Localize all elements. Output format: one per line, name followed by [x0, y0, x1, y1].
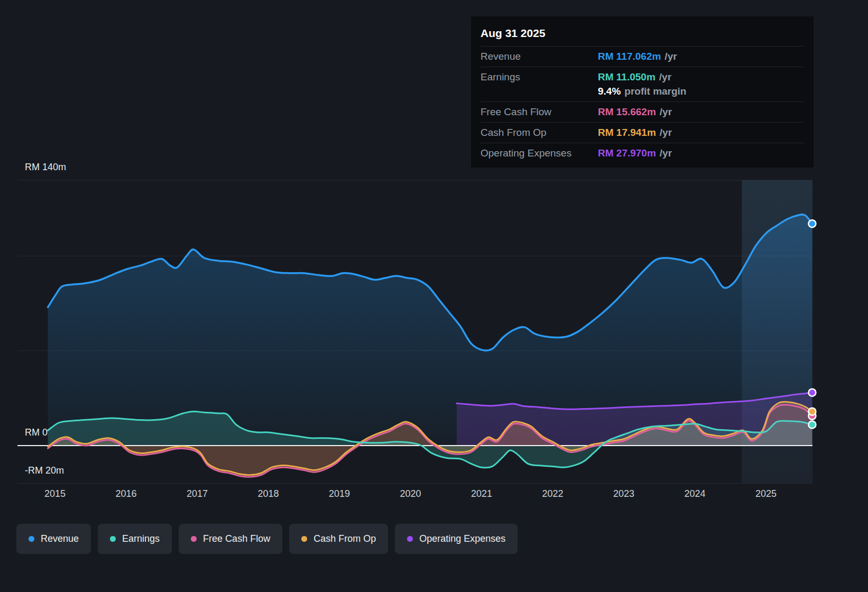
cashop-value: RM 17.941m — [598, 127, 656, 138]
revenue-suffix: /yr — [664, 51, 677, 62]
legend-item-earnings[interactable]: Earnings — [98, 524, 172, 554]
legend-label: Cash From Op — [313, 533, 376, 544]
tooltip-row-cash-from-op: Cash From Op RM 17.941m /yr — [481, 123, 804, 143]
legend-item-free-cash-flow[interactable]: Free Cash Flow — [179, 524, 282, 554]
earnings-suffix: /yr — [659, 71, 671, 83]
tooltip-panel: Aug 31 2025 Revenue RM 117.062m /yr Earn… — [470, 16, 814, 168]
x-axis-label-2022: 2022 — [542, 488, 563, 500]
opex-suffix: /yr — [660, 147, 672, 159]
earnings-value: RM 11.050m — [598, 71, 655, 83]
fcf-suffix: /yr — [660, 106, 672, 118]
profit-margin-suffix: profit margin — [624, 86, 686, 97]
fcf-value: RM 15.662m — [598, 106, 656, 118]
x-axis-label-2023: 2023 — [613, 488, 634, 500]
legend-item-operating-expenses[interactable]: Operating Expenses — [395, 524, 518, 554]
cashop-label: Cash From Op — [481, 127, 598, 138]
tooltip-row-revenue: Revenue RM 117.062m /yr — [481, 47, 804, 67]
fcf-label: Free Cash Flow — [481, 106, 598, 118]
x-axis-label-2025: 2025 — [755, 488, 777, 500]
y-axis-label: RM 140m — [25, 162, 66, 173]
tooltip-row-operating-expenses: Operating Expenses RM 27.970m /yr — [481, 143, 804, 163]
opex-label: Operating Expenses — [481, 147, 598, 159]
cashop-suffix: /yr — [660, 127, 672, 138]
legend-label: Operating Expenses — [419, 533, 505, 544]
chart-legend: RevenueEarningsFree Cash FlowCash From O… — [16, 524, 518, 554]
x-axis-label-2024: 2024 — [684, 488, 705, 500]
earnings-legend-dot — [110, 536, 116, 542]
y-axis-label: RM 0 — [25, 427, 48, 438]
tooltip-date: Aug 31 2025 — [481, 23, 804, 47]
x-axis-label-2017: 2017 — [187, 488, 208, 500]
x-axis-label-2019: 2019 — [329, 488, 350, 500]
operating-expenses-legend-dot — [407, 536, 413, 542]
earnings-label: Earnings — [481, 71, 598, 83]
cash-from-op-legend-dot — [301, 536, 307, 542]
profit-margin-value: 9.4% — [598, 86, 621, 97]
opex-value: RM 27.970m — [598, 147, 656, 159]
page: { "page": {"background": "#161a20"}, "to… — [0, 0, 868, 592]
legend-label: Free Cash Flow — [203, 533, 270, 544]
x-axis-label-2015: 2015 — [44, 488, 66, 500]
legend-item-revenue[interactable]: Revenue — [16, 524, 91, 554]
chart-plot-area[interactable] — [17, 180, 812, 483]
legend-label: Revenue — [41, 533, 79, 544]
x-axis-label-2016: 2016 — [115, 488, 136, 500]
revenue-legend-dot — [29, 536, 34, 542]
x-axis: 2015201620172018201920202021202220232024… — [0, 488, 868, 502]
legend-label: Earnings — [122, 533, 160, 544]
revenue-label: Revenue — [481, 51, 598, 62]
x-axis-label-2018: 2018 — [257, 488, 279, 500]
revenue-value: RM 117.062m — [598, 51, 661, 62]
tooltip-row-earnings: Earnings RM 11.050m /yr — [481, 67, 804, 85]
tooltip-row-free-cash-flow: Free Cash Flow RM 15.662m /yr — [481, 102, 804, 123]
x-axis-label-2020: 2020 — [400, 488, 421, 500]
tooltip-row-profit-margin: 9.4% profit margin — [481, 85, 804, 102]
y-axis-label: -RM 20m — [25, 465, 64, 476]
legend-item-cash-from-op[interactable]: Cash From Op — [289, 524, 388, 554]
x-axis-label-2021: 2021 — [471, 488, 492, 500]
free-cash-flow-legend-dot — [191, 536, 197, 542]
